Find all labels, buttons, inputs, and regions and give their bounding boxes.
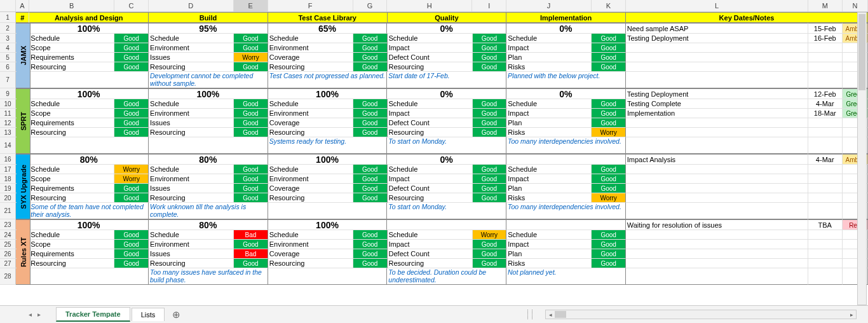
- key-note-date[interactable]: [808, 62, 843, 72]
- status-quality[interactable]: Worry: [473, 230, 507, 240]
- status-quality[interactable]: Good: [473, 184, 507, 193]
- label-impl[interactable]: Plan: [506, 184, 592, 193]
- label-ad[interactable]: Resourcing: [29, 128, 114, 137]
- key-note-text[interactable]: Testing Deployment: [626, 34, 808, 43]
- key-note-date[interactable]: 12-Feb: [808, 88, 843, 99]
- status-build[interactable]: Good: [234, 62, 268, 72]
- key-note-text[interactable]: Implementation: [626, 109, 808, 118]
- label-impl[interactable]: Impact: [506, 240, 592, 249]
- label-build[interactable]: Schedule: [149, 165, 234, 174]
- status-ad[interactable]: Good: [114, 128, 149, 137]
- label-quality[interactable]: Resourcing: [388, 62, 473, 72]
- key-note-date[interactable]: 4-Mar: [808, 154, 843, 165]
- key-note-text[interactable]: [626, 62, 808, 72]
- horizontal-scrollbar[interactable]: ◂ ▸: [545, 310, 857, 319]
- label-build[interactable]: Resourcing: [149, 259, 234, 268]
- row-header[interactable]: 13: [0, 128, 16, 137]
- status-ad[interactable]: Good: [114, 184, 149, 193]
- pct-build[interactable]: 80%: [149, 154, 268, 165]
- label-quality[interactable]: Schedule: [388, 165, 473, 174]
- row-header[interactable]: 28: [0, 268, 16, 285]
- label-impl[interactable]: Plan: [506, 118, 592, 128]
- pct-quality[interactable]: 0%: [387, 88, 506, 99]
- label-ad[interactable]: Scope: [29, 174, 114, 184]
- tab-add-sheet[interactable]: ⊕: [166, 308, 187, 322]
- vertical-scrollbar[interactable]: [857, 12, 867, 305]
- status-ad[interactable]: Worry: [114, 174, 149, 184]
- status-test[interactable]: Good: [353, 230, 388, 240]
- project-group-sprt[interactable]: SPRT: [17, 88, 31, 154]
- key-note-text[interactable]: Waiting for resolution of issues: [626, 219, 808, 230]
- tab-tracker-template[interactable]: Tracker Tempate: [56, 307, 130, 322]
- row-header[interactable]: 18: [0, 174, 16, 184]
- pct-build[interactable]: 95%: [149, 23, 268, 34]
- label-build[interactable]: Schedule: [149, 99, 234, 109]
- label-ad[interactable]: Schedule: [29, 99, 114, 109]
- status-test[interactable]: Good: [353, 174, 388, 184]
- column-header-I[interactable]: I: [472, 0, 506, 11]
- row-header[interactable]: 2: [0, 23, 16, 34]
- row-header[interactable]: 9: [0, 88, 16, 99]
- key-note-date[interactable]: [808, 249, 843, 259]
- status-test[interactable]: Good: [353, 53, 388, 62]
- row-header[interactable]: 11: [0, 109, 16, 118]
- pct-build[interactable]: 80%: [149, 219, 268, 230]
- note-analysis-design[interactable]: [29, 137, 149, 154]
- status-build[interactable]: Good: [234, 165, 268, 174]
- note-impl[interactable]: Planned with the below project.: [506, 72, 626, 88]
- row-header[interactable]: 27: [0, 259, 16, 268]
- status-impl[interactable]: Good: [592, 230, 626, 240]
- row-header[interactable]: 12: [0, 118, 16, 128]
- label-test[interactable]: Schedule: [268, 34, 353, 43]
- status-test[interactable]: Good: [353, 240, 388, 249]
- key-note-date[interactable]: [808, 184, 843, 193]
- tab-scroll-split-handle[interactable]: [527, 310, 532, 319]
- label-test[interactable]: Coverage: [268, 184, 353, 193]
- label-build[interactable]: Issues: [149, 118, 234, 128]
- label-ad[interactable]: Schedule: [29, 230, 114, 240]
- label-impl[interactable]: Schedule: [506, 230, 592, 240]
- status-impl[interactable]: Good: [592, 259, 626, 268]
- row-header[interactable]: 4: [0, 43, 16, 53]
- pct-build[interactable]: 100%: [149, 88, 268, 99]
- label-impl[interactable]: Risks: [506, 259, 592, 268]
- status-quality[interactable]: Good: [473, 43, 507, 53]
- note-test[interactable]: Systems ready for testing.: [268, 137, 388, 154]
- key-note-date[interactable]: [808, 118, 843, 128]
- status-build[interactable]: Good: [234, 118, 268, 128]
- label-quality[interactable]: Resourcing: [388, 259, 473, 268]
- key-note-text[interactable]: [626, 240, 808, 249]
- status-ad[interactable]: Good: [114, 62, 149, 72]
- key-note-text[interactable]: [626, 53, 808, 62]
- spreadsheet-grid[interactable]: 1#Analysis and DesignBuildTest Case Libr…: [0, 12, 868, 305]
- column-header-N[interactable]: N: [843, 0, 868, 11]
- horizontal-scroll-thumb[interactable]: [555, 311, 566, 318]
- status-ad[interactable]: Good: [114, 193, 149, 203]
- status-build[interactable]: Worry: [234, 53, 268, 62]
- status-quality[interactable]: Good: [473, 240, 507, 249]
- key-note-text[interactable]: [626, 43, 808, 53]
- label-ad[interactable]: Requirements: [29, 249, 114, 259]
- label-test[interactable]: Resourcing: [268, 62, 353, 72]
- column-header-L[interactable]: L: [626, 0, 808, 11]
- pct-test[interactable]: 100%: [268, 88, 388, 99]
- status-build[interactable]: Bad: [234, 230, 268, 240]
- status-impl[interactable]: Worry: [592, 128, 626, 137]
- label-ad[interactable]: Requirements: [29, 53, 114, 62]
- status-impl[interactable]: Good: [592, 174, 626, 184]
- column-header-C[interactable]: C: [114, 0, 149, 11]
- label-impl[interactable]: Schedule: [506, 99, 592, 109]
- note-build[interactable]: Too many issues have surfaced in the bui…: [149, 268, 268, 285]
- key-note-date[interactable]: 15-Feb: [808, 23, 843, 34]
- key-note-date[interactable]: [808, 240, 843, 249]
- status-impl[interactable]: Good: [592, 53, 626, 62]
- label-ad[interactable]: Requirements: [29, 118, 114, 128]
- key-note-date[interactable]: [808, 193, 843, 203]
- status-test[interactable]: Good: [353, 43, 388, 53]
- key-note-text[interactable]: Testing Deployment: [626, 88, 808, 99]
- column-header-K[interactable]: K: [592, 0, 626, 11]
- status-test[interactable]: Good: [353, 249, 388, 259]
- status-impl[interactable]: Good: [592, 109, 626, 118]
- key-note-date[interactable]: TBA: [808, 219, 843, 230]
- label-quality[interactable]: Defect Count: [388, 249, 473, 259]
